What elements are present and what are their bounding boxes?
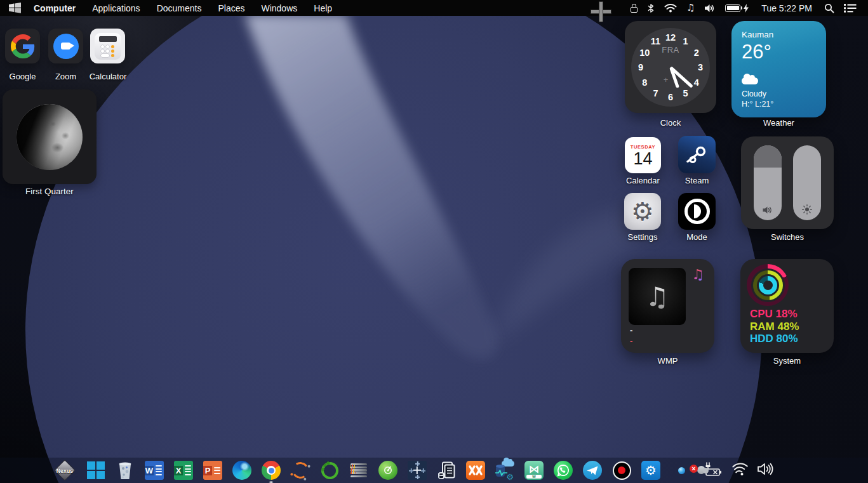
volume-tray-icon[interactable] (758, 463, 774, 478)
whatsapp-phone-icon (557, 464, 570, 477)
cpu-usage: CPU 18% (750, 308, 799, 321)
task-list-icon[interactable] (844, 2, 857, 15)
weather-widget[interactable]: Kauman 26° Cloudy H:° L:21° (731, 21, 826, 117)
photo-widget-label: First Quarter (3, 187, 97, 196)
menubar-clock[interactable]: Tue 5:22 PM (761, 3, 812, 13)
weather-temperature: 26° (742, 41, 816, 63)
moon-image (17, 104, 83, 170)
taskbar-item-screen-recorder[interactable] (612, 461, 631, 480)
network-globe-icon[interactable] (678, 467, 685, 474)
gear-icon: ⚙ (631, 199, 654, 224)
taskbar-item-report-document-app[interactable] (437, 461, 456, 480)
menu-applications[interactable]: Applications (92, 3, 140, 13)
brightness-icon (802, 204, 812, 215)
weather-city: Kauman (742, 30, 816, 39)
zoom-camera-icon (53, 34, 79, 59)
mode-tile-label: Mode (678, 232, 716, 242)
taskbar-item-tableau[interactable] (408, 461, 427, 480)
system-monitor-widget[interactable]: CPU 18% RAM 48% HDD 80% (740, 259, 834, 353)
wifi-signal-icon[interactable] (731, 463, 748, 479)
clock-numeral: 3 (693, 62, 707, 73)
gear-icon: ⚙ (645, 464, 657, 477)
taskbar-item-android-studio[interactable] (378, 461, 397, 480)
music-note-icon[interactable]: ♫ (686, 2, 695, 15)
error-badge: × (690, 465, 698, 473)
recycle-bin-icon (117, 461, 133, 480)
desktop-icon-calculator[interactable] (90, 29, 125, 63)
volume-icon[interactable] (704, 2, 716, 15)
desktop-icon-zoom-label: Zoom (48, 72, 83, 81)
taskbar-item-nexus[interactable]: Nexus (53, 461, 76, 480)
taskbar-item-cloud-database-app[interactable]: ⚙ (495, 461, 514, 480)
excel-letter: X (174, 466, 183, 475)
taskbar-item-chrome[interactable] (262, 461, 281, 480)
lock-icon[interactable] (631, 2, 638, 15)
menu-places[interactable]: Places (218, 3, 244, 13)
wmp-track-artist: - (630, 336, 632, 346)
taskbar-item-word[interactable]: W (145, 461, 164, 480)
taskbar-item-whatsapp[interactable] (554, 461, 573, 480)
taskbar-item-telegram[interactable] (583, 461, 602, 480)
calculator-icon (95, 33, 121, 60)
weather-widget-label: Weather (731, 118, 826, 128)
wmp-widget[interactable]: ♫ ♫ - - (621, 259, 714, 353)
taskbar-item-mobaxterm[interactable]: ⋈ w (524, 461, 544, 480)
settings-tile-label: Settings (624, 232, 661, 242)
tableau-icon (408, 461, 427, 480)
search-icon[interactable] (824, 2, 834, 15)
calendar-widget[interactable]: TUESDAY 14 (625, 137, 661, 173)
menubar-menus: Computer Applications Documents Places W… (34, 3, 332, 13)
brightness-switch[interactable] (793, 145, 821, 220)
taskbar-item-data-layers-app[interactable] (349, 461, 368, 480)
system-ring-cpu (747, 264, 789, 306)
desktop-screen: Computer Applications Documents Places W… (0, 0, 868, 483)
mode-toggle-tile[interactable] (678, 193, 716, 230)
bluetooth-icon[interactable] (647, 2, 655, 15)
mobaxterm-strip: w (526, 475, 542, 479)
steam-app-tile[interactable] (678, 136, 716, 173)
windows-logo-icon[interactable] (9, 3, 21, 13)
chrome-icon (262, 461, 281, 480)
hdd-usage: HDD 80% (750, 333, 799, 345)
wifi-icon[interactable] (664, 2, 677, 15)
menubar: Computer Applications Documents Places W… (0, 0, 868, 16)
gear-icon: ⚙ (506, 473, 514, 481)
taskbar-item-xampp[interactable] (466, 461, 485, 480)
clock-widget[interactable]: 12 1 2 3 4 5 6 7 8 9 10 11 FRA + (625, 21, 716, 113)
music-note-icon: ♫ (645, 281, 669, 312)
edge-icon (232, 461, 251, 480)
taskbar-item-green-ring-app[interactable] (320, 461, 339, 480)
photo-widget-first-quarter[interactable] (3, 89, 97, 184)
weather-high-low: H:° L:21° (742, 100, 816, 109)
steam-logo-icon (686, 144, 708, 166)
taskbar-item-windows-start[interactable] (86, 461, 105, 480)
android-studio-icon (378, 461, 397, 480)
weather-condition: Cloudy (742, 89, 816, 98)
battery-charging-icon[interactable] (725, 2, 749, 15)
calendar-widget-label: Calendar (625, 176, 661, 185)
menu-help[interactable]: Help (314, 3, 332, 13)
album-art: ♫ (629, 268, 686, 325)
taskbar-item-edge[interactable] (232, 461, 251, 480)
taskbar-item-recycle-bin[interactable] (116, 461, 135, 480)
menu-windows[interactable]: Windows (261, 3, 297, 13)
clock-face: 12 1 2 3 4 5 6 7 8 9 10 11 FRA + (631, 28, 710, 107)
desktop-icon-google[interactable] (5, 29, 40, 63)
taskbar-item-orange-ring-app[interactable] (291, 461, 310, 480)
settings-app-tile[interactable]: ⚙ (624, 193, 661, 230)
data-layers-icon (351, 463, 367, 477)
taskbar-item-powerpoint[interactable]: P (203, 461, 222, 480)
green-ring-icon (319, 460, 341, 482)
volume-switch[interactable] (754, 145, 782, 220)
switches-widget-label: Switches (741, 232, 834, 242)
desktop-icon-zoom[interactable] (48, 29, 83, 63)
menu-computer[interactable]: Computer (34, 3, 76, 13)
wmp-track-title: - (630, 326, 632, 335)
taskbar-item-excel[interactable]: X (174, 461, 193, 480)
telegram-plane-icon (586, 465, 599, 476)
menu-documents[interactable]: Documents (157, 3, 202, 13)
steam-tile-label: Steam (678, 176, 716, 185)
taskbar-item-settings-app[interactable]: ⚙ (641, 461, 660, 480)
apple-music-note-icon: ♫ (691, 267, 704, 282)
windows-start-icon (87, 461, 105, 479)
